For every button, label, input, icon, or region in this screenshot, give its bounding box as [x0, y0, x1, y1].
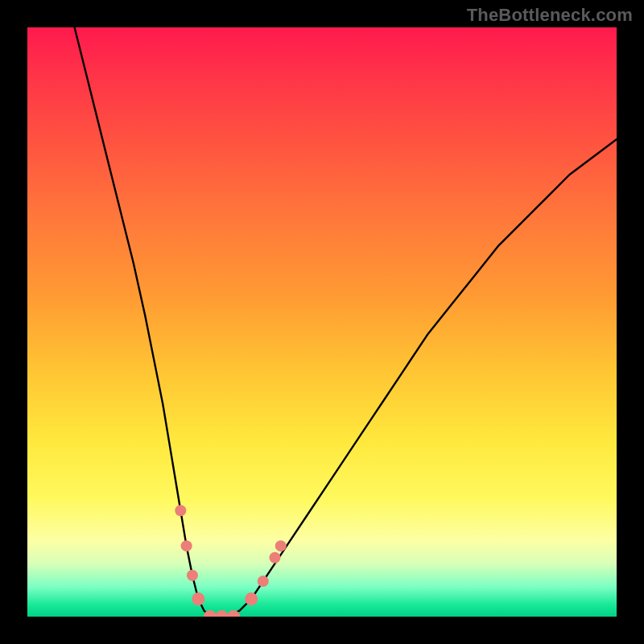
curve-svg	[27, 27, 617, 617]
data-marker	[192, 592, 204, 605]
data-marker	[269, 552, 280, 564]
data-marker	[187, 570, 198, 581]
chart-frame: TheBottleneck.com	[0, 0, 644, 644]
data-marker	[181, 540, 192, 551]
watermark-text: TheBottleneck.com	[467, 5, 633, 26]
data-marker	[258, 576, 269, 587]
plot-area	[27, 27, 617, 617]
data-marker	[245, 592, 258, 605]
data-marker	[275, 540, 287, 551]
data-marker	[175, 505, 186, 516]
data-marker	[216, 610, 229, 617]
bottleneck-curve	[75, 27, 617, 617]
